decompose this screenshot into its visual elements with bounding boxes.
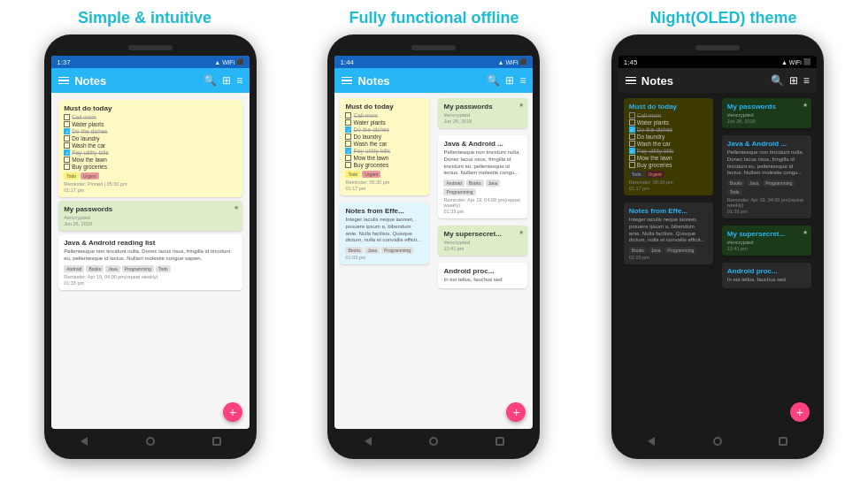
phone2-effe-note[interactable]: Notes from Effe... Integer iaculis neque… bbox=[340, 203, 429, 264]
phone3-tag-todo: Todo bbox=[629, 171, 644, 178]
phone3-hamburger-icon[interactable] bbox=[626, 77, 636, 85]
phone1-password-encrypted: #encrypted bbox=[64, 215, 237, 220]
phone2-supersecret-title: My supersecret... bbox=[443, 230, 522, 238]
title-phone2: Fully functional offline bbox=[289, 9, 579, 27]
phone1-java-tag4: Programming bbox=[122, 265, 154, 272]
phone3-supersecret-star: ★ bbox=[803, 229, 808, 236]
phone1-tag-todo: Todo bbox=[64, 172, 79, 180]
phone1-hamburger-icon[interactable] bbox=[58, 77, 69, 85]
phone3-top-bar bbox=[618, 45, 817, 50]
phone2-effe-title: Notes from Effe... bbox=[345, 207, 424, 215]
phone1-java-tag3: Java bbox=[105, 265, 120, 272]
phone2-effe-tag1: Books bbox=[345, 247, 363, 254]
phone3-recents-btn[interactable] bbox=[776, 434, 790, 448]
phone2-java-title: Java & Android ... bbox=[443, 140, 522, 148]
phone3-effe-tag2: Java bbox=[649, 247, 664, 254]
phone2-search-icon[interactable]: 🔍 bbox=[487, 74, 500, 87]
phone1-screen: 1:37 ▲ WiFi ⬛ Notes 🔍 ⊞ ≡ bbox=[51, 56, 250, 429]
phone3-back-btn[interactable] bbox=[644, 434, 658, 448]
phone1-java-note[interactable]: Java & Android reading list Pellentesque… bbox=[58, 234, 242, 290]
phone2-status-bar: 1:44 ▲ WiFi ⬛ bbox=[334, 56, 533, 68]
phone1-check-dishes: ✓ bbox=[64, 128, 70, 134]
phone1-item-bills: ✓ Pay-utility-bills bbox=[64, 149, 237, 156]
phone3-fab[interactable]: + bbox=[790, 402, 810, 422]
phone2-item-dishes: ✓ Do-the-dishes bbox=[345, 126, 424, 133]
phone1-top-bar bbox=[51, 45, 250, 50]
phone2-fab[interactable]: + bbox=[506, 402, 526, 422]
phone2-effe-body: Integer iaculis neque laoreet, posuere i… bbox=[345, 217, 424, 244]
phone2-supersecret-note[interactable]: ★ My supersecret... #encrypted 12:41 pm bbox=[438, 226, 527, 256]
title-phone1: Simple & intuitive bbox=[0, 9, 289, 27]
phone3-android-note[interactable]: Android proc... In est tellus, fauchus s… bbox=[722, 263, 811, 288]
phone1-check-groceries bbox=[64, 164, 70, 170]
phone1-check-callmom bbox=[64, 114, 70, 120]
phone1-check-washcar bbox=[64, 142, 70, 149]
phone2-wrapper: 1:44 ▲ WiFi ⬛ Notes 🔍 ⊞ ≡ bbox=[327, 34, 540, 459]
phone3-check-mowlawn bbox=[629, 155, 635, 161]
phone1-back-btn[interactable] bbox=[77, 434, 91, 448]
phone1-fab[interactable]: + bbox=[223, 402, 242, 422]
phone2-check-groceries bbox=[345, 162, 351, 168]
phone3-supersecret-time: 12:41 pm bbox=[727, 246, 806, 251]
phone1-item-washcar: Wash the car bbox=[64, 142, 237, 149]
phone2-hamburger-icon[interactable] bbox=[342, 77, 352, 85]
phone3-java-time: 01:33 pm bbox=[727, 209, 806, 214]
phone1-todo-reminder: Reminder: Pinned | 05:30 pm bbox=[64, 181, 237, 187]
phone1-todo-note[interactable]: Must do today Call mom Water plants ✓ Do… bbox=[58, 100, 242, 197]
phone2-grid-icon[interactable]: ⊞ bbox=[505, 74, 514, 87]
phone3-supersecret-note[interactable]: ★ My supersecret... #encrypted 12:41 pm bbox=[722, 226, 811, 256]
phone2-filter-icon[interactable]: ≡ bbox=[519, 74, 526, 87]
phone3-col-left: Must do today Call mom Water plants bbox=[620, 95, 717, 292]
phone3-grid-icon[interactable]: ⊞ bbox=[789, 74, 798, 87]
phone3-todo-tags: Todo Urgent bbox=[629, 171, 708, 178]
phone2-supersecret-star: ★ bbox=[518, 229, 524, 236]
phone3-android-title: Android proc... bbox=[727, 267, 806, 275]
phone3-todo-time: 01:17 pm bbox=[629, 186, 708, 191]
phone3-effe-time: 01:03 pm bbox=[629, 255, 708, 260]
phone3-filter-icon[interactable]: ≡ bbox=[803, 74, 810, 87]
phone2-item-groceries: Buy groceries bbox=[345, 162, 424, 168]
phone3-java-tag2: Java bbox=[747, 180, 762, 187]
phone2-java-note[interactable]: Java & Android ... Pellentesque non tinc… bbox=[438, 135, 527, 218]
phone2-check-callmom bbox=[345, 112, 351, 119]
phone2-home-btn[interactable] bbox=[426, 434, 441, 448]
phone3-search-icon[interactable]: 🔍 bbox=[771, 74, 784, 87]
phone3-item-bills: ✓ Pay-utility-bills bbox=[629, 148, 708, 154]
phone1-check-waterplants bbox=[64, 121, 70, 127]
phone3-todo-title: Must do today bbox=[629, 103, 708, 111]
phone1-home-btn[interactable] bbox=[143, 434, 157, 448]
phone3-effe-note[interactable]: Notes from Effe... Integer iaculis neque… bbox=[624, 203, 713, 264]
phone2-tag-urgent: Urgent bbox=[362, 171, 380, 178]
phone3-check-laundry bbox=[629, 134, 635, 140]
phone2-recents-btn[interactable] bbox=[493, 434, 507, 448]
phone2-todo-time: 01:17 pm bbox=[345, 186, 424, 191]
phone2-todo-note[interactable]: Must do today Call mom Water plants bbox=[340, 98, 429, 195]
phone2-check-bills: ✓ bbox=[345, 148, 351, 154]
phone1-star-icon: ★ bbox=[234, 204, 239, 211]
phone1-recents-btn[interactable] bbox=[210, 434, 224, 448]
phone1-search-icon[interactable]: 🔍 bbox=[204, 74, 217, 87]
phone3-password-note[interactable]: ★ My passwords #encrypted Jun 26, 2018 bbox=[722, 98, 811, 128]
phone3-todo-note[interactable]: Must do today Call mom Water plants bbox=[624, 98, 713, 195]
phone2-todo-tags: Todo Urgent bbox=[345, 171, 424, 178]
phone2-time: 1:44 bbox=[340, 58, 354, 66]
phone3-check-waterplants bbox=[629, 119, 635, 126]
phone2-password-note[interactable]: ★ My passwords #encrypted Jun 26, 2018 bbox=[438, 98, 527, 128]
phone3-screen: 1:45 ▲ WiFi ⬛ Notes 🔍 ⊞ ≡ bbox=[618, 56, 817, 429]
phone1-status-bar: 1:37 ▲ WiFi ⬛ bbox=[51, 56, 250, 68]
phone3-item-callmom: Call mom bbox=[629, 112, 708, 119]
phone2-android-note[interactable]: Android proc... In est tellus, fauchus s… bbox=[438, 263, 527, 288]
phone1-filter-icon[interactable]: ≡ bbox=[236, 74, 242, 87]
phone3-java-note[interactable]: Java & Android ... Pellentesque non tinc… bbox=[722, 135, 811, 218]
phone3-password-encrypted: #encrypted bbox=[727, 112, 806, 118]
phone3-item-washcar: Wash the car bbox=[629, 141, 708, 147]
phone2-back-btn[interactable] bbox=[361, 434, 375, 448]
phone1-grid-icon[interactable]: ⊞ bbox=[222, 74, 231, 87]
phone3-time: 1:45 bbox=[624, 58, 638, 66]
phone1-password-note[interactable]: ★ My passwords #encrypted Jun 26, 2018 bbox=[58, 201, 242, 231]
phone3-home-btn[interactable] bbox=[711, 434, 725, 448]
phone3-android-body: In est tellus, fauchus sed bbox=[727, 277, 806, 284]
header-titles: Simple & intuitive Fully functional offl… bbox=[0, 0, 868, 34]
phone3-app-title: Notes bbox=[641, 74, 765, 88]
phone2-java-tags: Android Books Java Programming bbox=[443, 180, 522, 195]
